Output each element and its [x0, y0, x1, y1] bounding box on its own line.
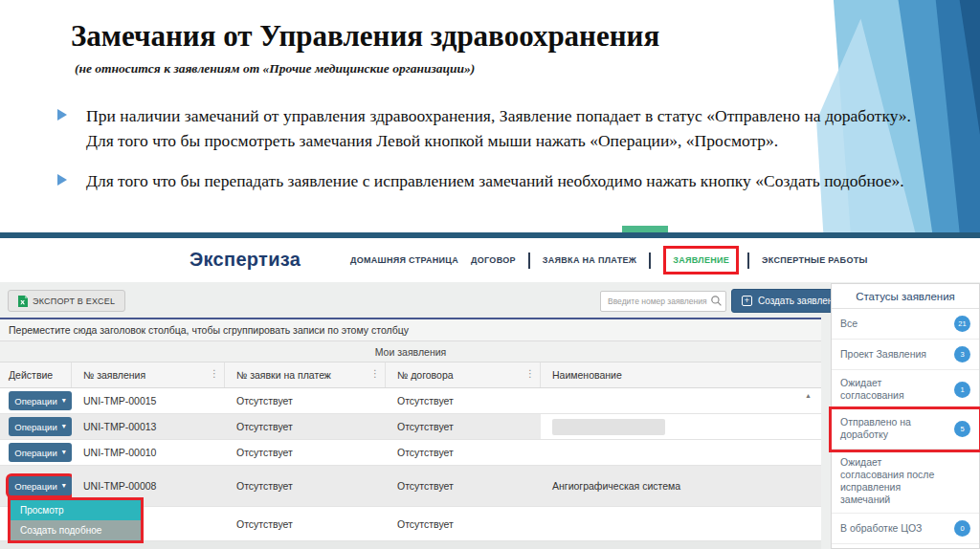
- table-group-title: Мои заявления: [0, 341, 821, 362]
- chevron-down-icon: ▾: [62, 397, 66, 405]
- contract-number-cell: Отсутствует: [386, 388, 541, 413]
- payment-number-cell: Отсутствует: [225, 388, 386, 413]
- operations-button-highlighted[interactable]: Операции▾: [9, 476, 72, 495]
- contract-number-cell: Отсутствует: [386, 414, 541, 439]
- operations-button[interactable]: Операции▾: [9, 443, 72, 462]
- payment-number-cell: Отсутствует: [225, 440, 386, 465]
- table-row: Операции▾ UNI-TMP-00013 Отсутствует Отсу…: [0, 414, 821, 440]
- application-number-cell: UNI-TMP-00010: [72, 440, 225, 465]
- nav-separator: [649, 253, 651, 269]
- nav-payment-request[interactable]: ЗАЯВКА НА ПЛАТЕЖ: [543, 255, 636, 265]
- column-header-payment-number[interactable]: № заявки на платеж ⋮: [225, 362, 386, 387]
- search-input[interactable]: [600, 291, 726, 312]
- nav-home[interactable]: ДОМАШНЯЯ СТРАНИЦА: [350, 255, 458, 265]
- column-menu-icon[interactable]: ⋮: [370, 368, 380, 379]
- application-number-cell: UNI-TMP-00015: [72, 388, 225, 413]
- slide-subtitle: (не относится к заявлениям от «Прочие ме…: [75, 61, 475, 77]
- bullet-list: При наличии замечаний от управления здра…: [57, 103, 911, 208]
- contract-number-cell: Отсутствует: [386, 440, 541, 465]
- bullet-triangle-icon: [57, 168, 86, 193]
- bullet-text: При наличии замечаний от управления здра…: [86, 103, 911, 154]
- contract-number-cell: Отсутствует: [386, 507, 541, 540]
- search-icon[interactable]: [710, 295, 723, 307]
- slide-title: Замечания от Управления здравоохранения: [71, 19, 659, 54]
- menu-item-view[interactable]: Просмотр: [11, 500, 141, 520]
- payment-number-cell: Отсутствует: [225, 414, 386, 439]
- plus-square-icon: +: [742, 296, 752, 306]
- nav-separator: [747, 253, 749, 269]
- action-cell: Операции▾: [0, 388, 72, 413]
- column-menu-icon[interactable]: ⋮: [210, 368, 219, 379]
- main-navigation: ДОМАШНЯЯ СТРАНИЦА ДОГОВОР ЗАЯВКА НА ПЛАТ…: [350, 238, 880, 282]
- status-filter-in-processing[interactable]: В обработке ЦОЗ 0: [832, 514, 979, 544]
- contract-number-cell: Отсутствует: [386, 466, 541, 506]
- column-header-contract-number[interactable]: № договора ⋮: [386, 362, 541, 387]
- payment-number-cell: Отсутствует: [225, 507, 386, 540]
- statuses-panel-title: Статусы заявления: [832, 284, 979, 309]
- app-header: Экспертиза ДОМАШНЯЯ СТРАНИЦА ДОГОВОР ЗАЯ…: [0, 238, 980, 282]
- bullet-triangle-icon: [57, 103, 86, 154]
- operations-button[interactable]: Операции▾: [9, 417, 72, 436]
- menu-item-create-similar[interactable]: Создать подобное: [11, 520, 141, 540]
- column-menu-icon[interactable]: ⋮: [525, 368, 535, 379]
- table-header-row: Действие № заявления ⋮ № заявки на плате…: [0, 362, 821, 388]
- group-drop-zone[interactable]: Переместите сюда заголовок столбца, чтоб…: [0, 319, 821, 341]
- payment-number-cell: Отсутствует: [225, 466, 386, 506]
- bullet-text: Для того что бы перепадать заявление с и…: [86, 168, 904, 193]
- bullet-item: При наличии замечаний от управления здра…: [57, 103, 911, 154]
- name-cell: [541, 388, 821, 413]
- nav-application[interactable]: ЗАЯВЛЕНИЕ: [663, 246, 739, 274]
- nav-expert-works[interactable]: ЭКСПЕРТНЫЕ РАБОТЫ: [762, 255, 868, 265]
- column-header-name[interactable]: Наименование: [541, 362, 821, 387]
- column-header-action: Действие: [0, 362, 72, 387]
- application-number-cell: UNI-TMP-00013: [72, 414, 225, 439]
- table-row: Операции▾ UNI-TMP-00010 Отсутствует Отсу…: [0, 440, 821, 466]
- nav-contract[interactable]: ДОГОВОР: [471, 255, 516, 265]
- export-excel-button[interactable]: ЭКСПОРТ В EXCEL: [8, 290, 125, 312]
- name-cell: Ангиографическая система: [541, 466, 821, 506]
- scroll-up-icon[interactable]: ▲: [805, 392, 812, 399]
- excel-file-icon: [18, 296, 28, 307]
- status-filter-awaiting-approval[interactable]: Ожидает согласования 1: [832, 370, 979, 409]
- presentation-slide: Замечания от Управления здравоохранения …: [0, 0, 980, 549]
- count-badge: 1: [954, 382, 970, 398]
- count-badge: 21: [954, 316, 970, 332]
- operations-dropdown-menu: Просмотр Создать подобное: [8, 497, 144, 543]
- count-badge: 5: [954, 421, 970, 437]
- app-content: ЭКСПОРТ В EXCEL + Создать заявление Пере…: [0, 282, 980, 549]
- search-box: [600, 291, 726, 312]
- chevron-down-icon: ▾: [62, 482, 66, 490]
- name-cell: [541, 507, 821, 540]
- name-cell: [541, 440, 821, 465]
- chevron-down-icon: ▾: [62, 449, 66, 456]
- status-filter-awaiting-after-fixes[interactable]: Ожидает согласования после исправления з…: [832, 450, 979, 515]
- bullet-item: Для того что бы перепадать заявление с и…: [57, 168, 911, 193]
- redacted-text-block: [552, 419, 665, 435]
- status-filter-draft[interactable]: Проект Заявления 3: [832, 340, 979, 370]
- column-header-application-number[interactable]: № заявления ⋮: [72, 362, 225, 387]
- count-badge: 3: [954, 346, 970, 362]
- statuses-panel: Статусы заявления Все 21 Проект Заявлени…: [831, 283, 980, 549]
- name-cell: [541, 414, 821, 439]
- count-badge: 0: [954, 520, 970, 537]
- export-excel-label: ЭКСПОРТ В EXCEL: [33, 296, 115, 306]
- action-cell: Операции▾: [0, 414, 72, 439]
- nav-separator: [528, 253, 530, 269]
- operations-button[interactable]: Операции▾: [9, 391, 72, 410]
- status-filter-all[interactable]: Все 21: [832, 309, 979, 340]
- status-filter-sent-for-revision[interactable]: Отправлено на доработку 5: [832, 409, 979, 449]
- app-logo: Экспертиза: [189, 249, 301, 271]
- table-row: Операции▾ UNI-TMP-00015 Отсутствует Отсу…: [0, 388, 821, 414]
- chevron-down-icon: ▾: [62, 423, 66, 430]
- action-cell: Операции▾: [0, 440, 72, 465]
- status-filter-awaiting-samples[interactable]: Ожидает заявления (образцов) 0: [832, 544, 979, 549]
